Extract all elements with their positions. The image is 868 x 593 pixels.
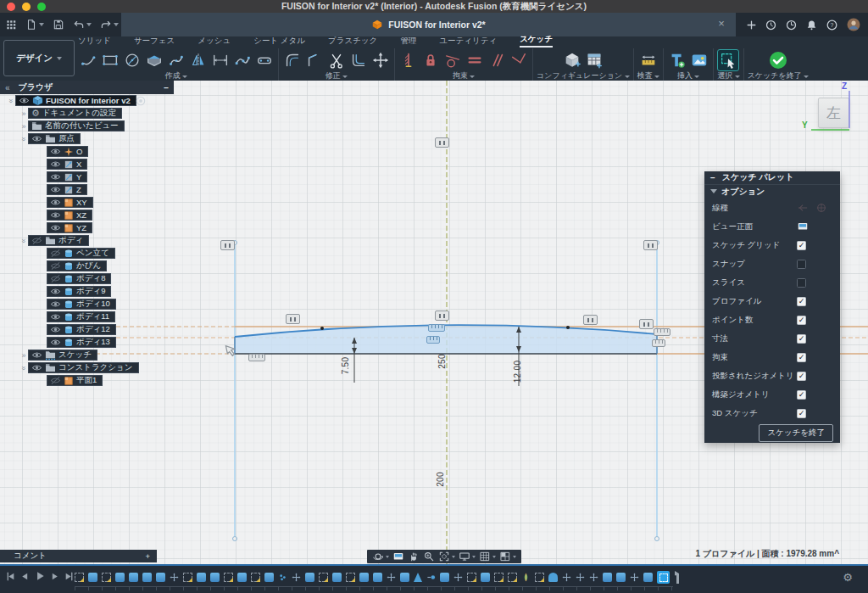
timeline-feature-33[interactable] — [508, 573, 517, 582]
visibility-eye-icon[interactable] — [50, 299, 61, 309]
activate-component-icon[interactable] — [136, 96, 146, 106]
tree-item-ドキュメントの設定[interactable]: ⚙ドキュメントの設定 — [28, 108, 122, 119]
tree-item-スケッチ[interactable]: スケッチ — [28, 350, 97, 361]
checkbox-ポイント数[interactable]: ✓ — [797, 316, 806, 325]
timeline-feature-15[interactable] — [264, 573, 274, 582]
constraint-badge[interactable] — [435, 137, 449, 148]
tree-item-かびん[interactable]: かびん — [47, 260, 107, 271]
collapse-icon[interactable]: » — [19, 364, 28, 372]
visibility-eye-off-icon[interactable] — [50, 274, 61, 283]
tree-item-原点[interactable]: 原点 — [28, 133, 81, 144]
close-tab-icon[interactable]: × — [714, 16, 729, 31]
document-tab[interactable]: FUISON for Interior v2* × — [121, 13, 736, 36]
zoom-icon[interactable] — [423, 551, 435, 562]
fillet-tool-icon[interactable] — [282, 50, 303, 70]
tree-item-平面1[interactable]: 平面1 — [47, 375, 103, 386]
lock-constraint-icon[interactable] — [420, 50, 441, 70]
slot-tool-icon[interactable] — [254, 50, 275, 70]
tree-item-ボディ8[interactable]: ボディ8 — [47, 273, 111, 284]
timeline-feature-26[interactable] — [414, 573, 422, 582]
timeline-feature-34[interactable] — [521, 573, 531, 582]
visibility-eye-icon[interactable] — [31, 363, 42, 372]
tree-item-ボディ[interactable]: ボディ — [28, 235, 89, 246]
timeline-feature-13[interactable] — [237, 573, 247, 582]
visibility-eye-icon[interactable] — [50, 159, 61, 169]
dimension-chip-icon[interactable] — [248, 354, 265, 361]
visibility-eye-icon[interactable] — [19, 96, 30, 105]
finish-sketch-button[interactable]: スケッチを終了 — [759, 424, 833, 442]
new-tab-icon[interactable] — [746, 20, 757, 31]
checkbox-拘束[interactable]: ✓ — [797, 353, 806, 362]
timeline-feature-30[interactable] — [467, 573, 476, 582]
ribbon-tab-サーフェス[interactable]: サーフェス — [134, 36, 175, 48]
constraint-badge[interactable] — [220, 240, 235, 250]
notifications-icon[interactable] — [805, 19, 818, 31]
tree-item-XY[interactable]: XY — [47, 197, 93, 208]
timeline-feature-42[interactable] — [630, 573, 639, 582]
timeline-feature-38[interactable] — [576, 573, 585, 582]
ribbon-group-label[interactable]: 選択 — [717, 71, 740, 81]
timeline-feature-40[interactable] — [603, 573, 612, 582]
visibility-eye-off-icon[interactable] — [50, 261, 61, 271]
checkbox-スライス[interactable] — [797, 278, 806, 288]
ribbon-tab-メッシュ[interactable]: メッシュ — [198, 36, 231, 48]
dimension-value-250[interactable]: 250 — [437, 354, 447, 369]
tree-item-ボディ9[interactable]: ボディ9 — [47, 286, 111, 297]
ribbon-tab-管理[interactable]: 管理 — [400, 36, 416, 48]
pan-icon[interactable] — [408, 551, 420, 562]
ribbon-group-label[interactable]: 作成 — [165, 71, 188, 81]
centerline-linetype-icon[interactable] — [815, 203, 827, 213]
move-tool-icon[interactable] — [370, 50, 391, 70]
line-tool-icon[interactable] — [78, 50, 98, 70]
equal-constraint-icon[interactable] — [465, 50, 485, 70]
constraint-badge[interactable] — [643, 240, 658, 250]
timeline-feature-7[interactable] — [156, 573, 165, 582]
spline-point[interactable] — [566, 326, 570, 329]
visibility-eye-off-icon[interactable] — [50, 376, 61, 385]
timeline-feature-1[interactable] — [75, 573, 84, 582]
checkbox-プロファイル[interactable]: ✓ — [797, 297, 806, 306]
expand-icon[interactable]: » — [19, 109, 28, 118]
tree-item-コンストラクション[interactable]: コンストラクション — [28, 362, 139, 373]
visibility-eye-icon[interactable] — [50, 147, 61, 156]
timeline-feature-17[interactable] — [292, 573, 301, 582]
timeline-feature-22[interactable] — [359, 573, 369, 582]
rectangle-tool-icon[interactable] — [100, 50, 120, 70]
constraint-badge[interactable] — [435, 310, 449, 321]
constraint-badge[interactable] — [286, 314, 300, 324]
timeline-settings-gear-icon[interactable]: ⚙ — [843, 571, 853, 584]
visibility-eye-icon[interactable] — [50, 325, 61, 334]
timeline-feature-43[interactable] — [643, 573, 653, 582]
checkbox-スケッチ グリッド[interactable]: ✓ — [797, 241, 806, 250]
checkbox-スナップ[interactable] — [797, 260, 806, 269]
ribbon-group-label[interactable]: 検査 — [637, 71, 660, 81]
timeline-feature-28[interactable] — [440, 573, 449, 582]
tree-item-ボディ10[interactable]: ボディ10 — [47, 299, 116, 310]
grid-settings-icon[interactable] — [479, 551, 496, 562]
go-to-start-icon[interactable] — [5, 571, 16, 582]
insert-image-icon[interactable] — [689, 50, 709, 70]
save-icon[interactable] — [53, 19, 64, 31]
visibility-eye-icon[interactable] — [31, 350, 42, 360]
ribbon-tab-ユーティリティ[interactable]: ユーティリティ — [439, 36, 497, 48]
timeline-feature-29[interactable] — [453, 573, 463, 582]
timeline-feature-44[interactable] — [657, 571, 670, 584]
angle-chip-icon[interactable] — [652, 339, 665, 347]
minimize-palette-icon[interactable]: − — [710, 173, 715, 182]
timeline-feature-23[interactable] — [373, 573, 382, 582]
dimension-value-7-50[interactable]: 7.50 — [341, 357, 350, 375]
comments-bar[interactable]: コメント + — [0, 550, 157, 562]
go-to-end-icon[interactable] — [64, 571, 75, 582]
ribbon-group-label[interactable]: 拘束 — [453, 71, 476, 81]
file-menu-icon[interactable] — [25, 19, 44, 31]
tree-item-O[interactable]: O — [47, 146, 88, 157]
visibility-eye-icon[interactable] — [50, 312, 61, 322]
finish-sketch-icon[interactable] — [768, 50, 788, 70]
timeline-feature-3[interactable] — [102, 573, 111, 582]
visibility-eye-icon[interactable] — [50, 223, 61, 232]
timeline-feature-19[interactable] — [319, 573, 328, 582]
ribbon-tab-ソリッド[interactable]: ソリッド — [78, 36, 111, 48]
dimension-value-12-00[interactable]: 12.00 — [513, 361, 522, 383]
collapse-icon[interactable]: » — [19, 237, 28, 245]
tree-item-Y[interactable]: Y — [47, 171, 87, 182]
